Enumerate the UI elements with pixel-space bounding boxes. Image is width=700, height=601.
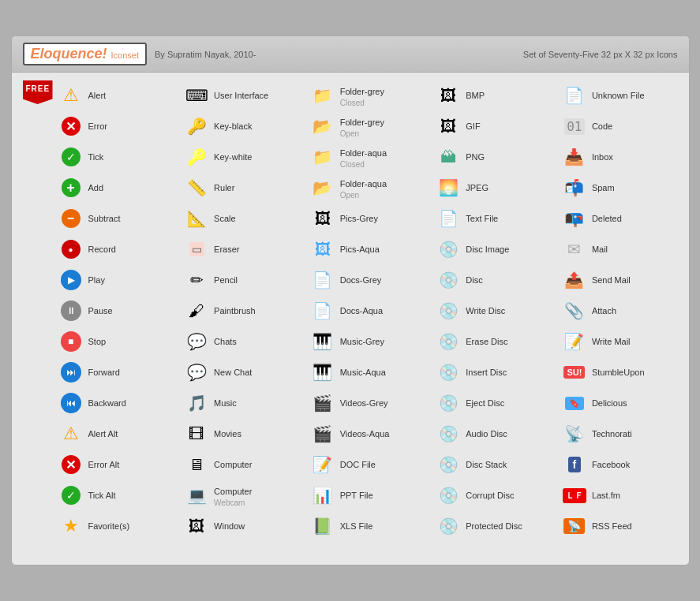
label-deleted: Deleted bbox=[592, 214, 622, 223]
icon-videosaqua: 🎬 bbox=[310, 421, 335, 446]
icon-row-picsaqua: 🖼Pics-Aqua bbox=[307, 234, 433, 264]
column-col3: 📁Folder-greyClosed📂Folder-greyOpen📁Folde… bbox=[307, 80, 433, 541]
icon-erasedisc: 💿 bbox=[436, 329, 461, 354]
label-forward: Forward bbox=[88, 368, 120, 377]
icon-tickalt: ✓ bbox=[58, 483, 84, 508]
icon-row-jpeg: 🌅JPEG bbox=[432, 173, 559, 203]
label-rssfeed: RSS Feed bbox=[592, 521, 632, 531]
icon-tick: ✓ bbox=[58, 144, 84, 170]
icon-picsaqua: 🖼 bbox=[310, 237, 335, 262]
label-docsaqua: Docs-Aqua bbox=[340, 306, 383, 315]
icon-row-discstack: 💿Disc Stack bbox=[432, 450, 559, 480]
header-left: Eloquence! Iconset By Supratim Nayak, 20… bbox=[23, 43, 256, 65]
icon-row-deleted: 📭Deleted bbox=[559, 203, 685, 233]
icon-row-window: 🖼Window bbox=[181, 511, 307, 541]
label-insertdisc: Insert Disc bbox=[466, 368, 507, 377]
icon-sendmail: 📤 bbox=[562, 267, 587, 293]
icon-row-pause: ⏸Pause bbox=[55, 296, 182, 326]
icon-paintbrush: 🖌 bbox=[184, 298, 209, 323]
icon-technorati: 📡 bbox=[562, 421, 587, 446]
icon-keyblack: 🔑 bbox=[184, 114, 209, 139]
label-discstack: Disc Stack bbox=[466, 460, 507, 469]
label-corruptdisc: Corrupt Disc bbox=[466, 491, 514, 500]
icon-xlsfile: 📗 bbox=[310, 513, 335, 539]
label-computer: Computer bbox=[214, 460, 252, 469]
icon-row-inbox: 📥Inbox bbox=[559, 142, 685, 172]
label-docfile: DOC File bbox=[340, 460, 376, 469]
icon-row-corruptdisc: 💿Corrupt Disc bbox=[432, 480, 559, 510]
icon-row-stop: ■Stop bbox=[55, 327, 182, 356]
icon-row-videosgrey: 🎬Videos-Grey bbox=[307, 388, 433, 418]
icon-docsgrey: 📄 bbox=[310, 267, 335, 293]
icon-stop: ■ bbox=[58, 329, 84, 354]
icon-bmp: 🖼 bbox=[436, 83, 461, 108]
label-scale: Scale bbox=[214, 214, 236, 223]
column-col4: 🖼BMP🖼GIF🏔PNG🌅JPEG📄Text File💿Disc Image💿D… bbox=[432, 80, 559, 541]
icon-foldergc: 📁 bbox=[310, 83, 335, 108]
header-byline: By Supratim Nayak, 2010- bbox=[155, 50, 256, 59]
icon-row-scale: 📐Scale bbox=[181, 203, 307, 233]
icon-deleted: 📭 bbox=[562, 206, 587, 231]
icon-forward: ⏭ bbox=[58, 360, 84, 385]
label-writedisc: Write Disc bbox=[466, 306, 505, 315]
icon-row-writemail: 📝Write Mail bbox=[559, 327, 685, 356]
label-pause: Pause bbox=[88, 306, 113, 315]
icon-subtract: − bbox=[58, 206, 84, 231]
icon-erroralt: ✕ bbox=[58, 452, 84, 477]
icon-pause: ⏸ bbox=[58, 298, 84, 323]
icon-row-audiodisc: 💿Audio Disc bbox=[432, 419, 559, 449]
label-backward: Backward bbox=[88, 398, 126, 408]
icon-textfile: 📄 bbox=[436, 206, 461, 231]
label-stop: Stop bbox=[88, 337, 107, 346]
icon-row-folderac: 📁Folder-aquaClosed bbox=[307, 142, 433, 172]
label-code: Code bbox=[592, 121, 612, 131]
icon-row-subtract: −Subtract bbox=[55, 203, 182, 233]
icon-picsgrey: 🖼 bbox=[310, 206, 335, 231]
icon-row-folderao: 📂Folder-aquaOpen bbox=[307, 173, 433, 203]
icon-videosgrey: 🎬 bbox=[310, 390, 335, 416]
column-col2: ⌨User Interface🔑Key-black🔑Key-white📏Rule… bbox=[181, 80, 307, 541]
label-tickalt: Tick Alt bbox=[88, 491, 116, 500]
label-stumbleupon: StumbleUpon bbox=[592, 368, 645, 377]
icon-row-sendmail: 📤Send Mail bbox=[559, 265, 685, 295]
label-foldergc: Folder-greyClosed bbox=[340, 83, 384, 107]
icon-row-ui: ⌨User Interface bbox=[181, 80, 307, 110]
icon-window: 🖼 bbox=[184, 513, 209, 539]
icon-row-xlsfile: 📗XLS File bbox=[307, 511, 433, 541]
label-spam: Spam bbox=[592, 183, 615, 192]
icon-row-music: 🎵Music bbox=[181, 388, 307, 418]
label-gif: GIF bbox=[466, 121, 480, 131]
label-alert: Alert bbox=[88, 91, 107, 100]
icon-row-computer: 🖥Computer bbox=[181, 450, 307, 480]
label-pptfile: PPT File bbox=[340, 491, 373, 500]
label-fav: Favorite(s) bbox=[88, 521, 130, 531]
icon-row-code: 01Code bbox=[559, 111, 685, 141]
icon-row-png: 🏔PNG bbox=[432, 142, 559, 172]
icon-row-newchat: 💬New Chat bbox=[181, 357, 307, 387]
icon-row-technorati: 📡Technorati bbox=[559, 419, 685, 449]
icon-row-spam: 📬Spam bbox=[559, 173, 685, 203]
label-newchat: New Chat bbox=[214, 368, 252, 377]
icon-row-ruler: 📏Ruler bbox=[181, 173, 307, 203]
icon-docfile: 📝 bbox=[310, 452, 335, 477]
label-disc: Disc bbox=[466, 275, 482, 285]
content: FREE ⚠Alert✕Error✓Tick+Add−Subtract●Reco… bbox=[12, 73, 689, 549]
icon-eraser: ▭ bbox=[184, 237, 209, 262]
icon-row-docsaqua: 📄Docs-Aqua bbox=[307, 296, 433, 326]
icon-row-lastfm: ＬＦLast.fm bbox=[559, 480, 685, 510]
icon-row-eraser: ▭Eraser bbox=[181, 234, 307, 264]
column-col1: ⚠Alert✕Error✓Tick+Add−Subtract●Record▶Pl… bbox=[55, 80, 182, 541]
icon-backward: ⏮ bbox=[58, 390, 84, 416]
icon-columns: ⚠Alert✕Error✓Tick+Add−Subtract●Record▶Pl… bbox=[16, 80, 685, 541]
label-picsgrey: Pics-Grey bbox=[340, 214, 378, 223]
label-paintbrush: Paintbrush bbox=[214, 306, 256, 315]
icon-record: ● bbox=[58, 237, 84, 262]
icon-discimage: 💿 bbox=[436, 237, 461, 262]
main-container: Eloquence! Iconset By Supratim Nayak, 20… bbox=[11, 35, 690, 566]
label-unknownfile: Unknown File bbox=[592, 91, 645, 100]
icon-pencil: ✏ bbox=[184, 267, 209, 293]
icon-keywhite: 🔑 bbox=[184, 144, 209, 170]
icon-corruptdisc: 💿 bbox=[436, 483, 461, 508]
icon-error: ✕ bbox=[58, 114, 84, 139]
icon-computer: 🖥 bbox=[184, 452, 209, 477]
